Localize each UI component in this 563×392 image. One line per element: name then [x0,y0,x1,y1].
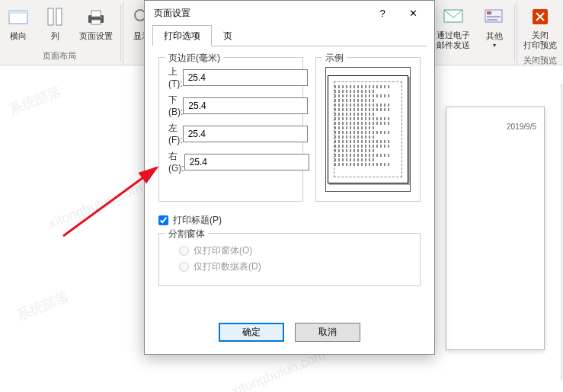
close-preview-label: 关闭 打印预览 [523,30,557,50]
margins-legend: 页边距(毫米) [165,52,223,65]
bottom-label: 下(B): [168,94,183,117]
ribbon-group-layout-label: 页面布局 [0,49,119,65]
svg-rect-2 [48,8,53,25]
help-button[interactable]: ? [367,2,398,24]
ok-button[interactable]: 确定 [219,323,284,342]
margin-left-input[interactable] [183,126,308,142]
left-label: 左(F): [168,122,183,145]
example-fieldset: 示例 [315,57,421,202]
dialog-titlebar: 页面设置 ? ✕ [145,1,434,25]
print-title-label: 打印标题(P) [173,214,222,227]
page-setup-dialog: 页面设置 ? ✕ 打印选项 页 页边距(毫米) 上(T): 下(B): 左(F)… [144,0,435,355]
tab-strip: 打印选项 页 [145,25,434,46]
watermark: 系统部落 [6,81,64,119]
page-setup-button[interactable]: 页面设置 [73,2,119,49]
preview-document: 2019/9/5 [446,107,545,350]
svg-rect-6 [91,20,101,24]
columns-icon [43,5,67,29]
svg-rect-1 [9,11,27,14]
page-preview [325,67,411,192]
svg-rect-3 [56,8,62,25]
doc-date: 2019/9/5 [454,123,536,131]
email-label: 通过电子 邮件发送 [437,30,470,50]
only-form-radio [179,246,189,256]
print-title-checkbox[interactable] [158,215,168,225]
watermark: 系统部落 [14,287,72,324]
watermark: xitongbuluo.com [46,180,145,232]
example-legend: 示例 [322,52,347,65]
email-send-button[interactable]: 通过电子 邮件发送 [430,2,476,60]
cancel-button[interactable]: 取消 [295,323,360,342]
close-preview-button[interactable]: 关闭 打印预览 [517,2,563,53]
other-label: 其他 [486,30,503,42]
svg-rect-14 [487,19,497,21]
only-datasheet-radio [179,262,189,272]
columns-button[interactable]: 列 [37,2,73,49]
margin-right-input[interactable] [184,154,309,171]
landscape-label: 横向 [10,30,27,42]
email-icon [441,5,465,29]
dialog-title: 页面设置 [151,7,367,20]
other-button[interactable]: 其他▾ [476,2,513,60]
other-icon [482,5,507,29]
split-form-fieldset: 分割窗体 仅打印窗体(O) 仅打印数据表(D) [158,233,421,286]
tab-print-options[interactable]: 打印选项 [152,25,212,46]
margins-fieldset: 页边距(毫米) 上(T): 下(B): 左(F): 右(G): [158,57,303,202]
svg-rect-5 [91,11,101,17]
only-form-label: 仅打印窗体(O) [194,244,252,257]
top-label: 上(T): [168,65,183,89]
split-form-legend: 分割窗体 [165,228,208,241]
landscape-button[interactable]: 横向 [0,2,37,49]
close-button[interactable]: ✕ [398,2,428,24]
tab-page[interactable]: 页 [212,25,244,46]
printer-icon [84,5,108,29]
margin-top-input[interactable] [183,69,308,86]
close-preview-group-label: 关闭预览 [517,53,563,69]
preview-page [328,75,408,183]
svg-line-16 [63,167,157,236]
only-datasheet-label: 仅打印数据表(D) [194,260,261,273]
columns-label: 列 [51,30,59,42]
svg-rect-13 [487,16,501,18]
landscape-icon [6,5,30,29]
svg-point-7 [101,17,102,18]
margin-bottom-input[interactable] [183,97,308,114]
svg-rect-12 [487,11,491,14]
right-label: 右(G): [168,150,184,174]
page-setup-label: 页面设置 [79,30,113,42]
close-icon [528,5,552,29]
